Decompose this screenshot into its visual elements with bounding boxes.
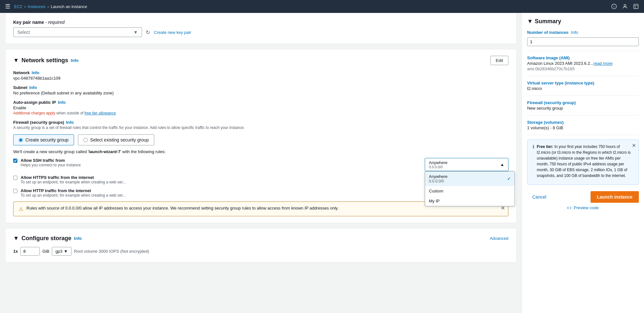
create-sg-radio[interactable] [19,138,23,142]
allow-http-label: Allow HTTP traffic from the internet [21,188,126,193]
breadcrumb-current: Launch an instance [51,4,87,9]
auto-assign-info[interactable]: Info [58,100,66,105]
subnet-info[interactable]: Info [29,85,37,90]
storage-section-header: ▼ Configure storage Info Advanced [13,235,508,242]
allow-https-checkbox[interactable] [13,176,17,180]
preview-code-link[interactable]: Preview code [527,205,639,210]
summary-storage-label[interactable]: Storage (volumes) [527,120,639,125]
dropdown-custom-label: Custom [429,189,443,193]
storage-type-value: gp3 [55,249,62,254]
warning-text: Rules with source of 0.0.0.0/0 allow all… [26,206,503,210]
summary-ami-value: Amazon Linux 2023 AMI 2023.6.2...read mo… [527,61,639,66]
allow-http-checkbox[interactable] [13,189,17,193]
auto-assign-field: Auto-assign public IP Info Enable Additi… [13,100,508,115]
network-value: vpc-04878748b1aa1c109 [13,76,508,81]
network-field-info[interactable]: Info [32,70,39,75]
summary-instances-label: Number of instances [527,30,569,35]
free-tier-link[interactable]: free tier allowance [85,111,116,115]
key-pair-label: Key pair name - required [13,20,508,25]
configure-storage-panel: ▼ Configure storage Info Advanced 1x GiB… [5,228,516,262]
dropdown-item-custom[interactable]: Custom [425,186,515,196]
preview-code-row: Preview code [527,205,639,210]
launch-instance-button[interactable]: Launch instance [591,191,639,203]
summary-firewall-label[interactable]: Firewall (security group) [527,100,639,105]
new-sg-description: We'll create a new security group called… [13,149,508,154]
svg-point-2 [624,5,626,6]
network-section-title: ▼ Network settings Info [13,57,79,64]
subnet-field: Subnet Info No preference (Default subne… [13,85,508,95]
refresh-icon[interactable]: ↻ [146,29,150,35]
storage-info-link[interactable]: Info [74,236,82,241]
code-icon [567,206,572,210]
summary-storage-value: 1 volume(s) - 8 GiB [527,125,639,130]
svg-text:i: i [614,5,614,8]
top-nav-right: i [611,4,639,9]
free-tier-text: Free tier: In your first year includes 7… [537,144,633,179]
auto-assign-value: Enable [13,105,508,110]
storage-size-input[interactable] [20,247,40,256]
create-key-pair-link[interactable]: Create new key pair [154,30,191,35]
breadcrumb-instances[interactable]: Instances [28,4,46,9]
warning-icon: ⚠ [19,206,23,212]
summary-instances-info[interactable]: Info [571,30,578,35]
network-field: Network Info vpc-04878748b1aa1c109 [13,70,508,81]
ssh-source-sub: 0.0.0.0/0 [429,165,448,169]
svg-rect-3 [634,4,638,9]
main-layout: Key pair name - required Select ▼ ↻ Crea… [0,13,644,313]
allow-https-label: Allow HTTPS traffic from the internet [21,175,126,180]
firewall-field: Firewall (security groups) Info A securi… [13,120,508,130]
free-tier-close-button[interactable]: ✕ [632,142,636,149]
breadcrumb-ec2[interactable]: EC2 [14,4,22,9]
ssh-source-selected: Anywhere [429,160,448,165]
summary-triangle-icon: ▼ [527,18,533,25]
summary-instances-field: Number of instances Info [527,30,639,46]
summary-instances-input[interactable] [527,37,639,46]
allow-ssh-desc: Helps you connect to your instance [21,163,421,167]
storage-description: Root volume 3000 IOPS (Not encrypted) [74,249,149,254]
edit-button[interactable]: Edit [490,56,508,65]
summary-instance-type-field: Virtual server type (instance type) t2.m… [527,81,639,91]
key-pair-placeholder: Select [17,30,30,35]
cancel-button[interactable]: Cancel [527,192,552,202]
menu-icon[interactable]: ☰ [5,3,10,10]
firewall-info[interactable]: Info [66,120,74,125]
storage-count: 1x [13,249,18,254]
dropdown-item-my-ip[interactable]: My IP [425,196,515,206]
firewall-desc: A security group is a set of firewall ru… [13,125,508,130]
dropdown-chevron-up-icon: ▲ [500,162,504,167]
allow-ssh-checkbox[interactable] [13,159,17,163]
settings-icon[interactable] [633,4,639,9]
storage-advanced-link[interactable]: Advanced [490,236,508,241]
chevron-down-icon: ▼ [133,30,138,35]
additional-charges-link[interactable]: Additional charges apply [13,111,55,115]
select-sg-radio[interactable] [83,138,88,142]
create-sg-option[interactable]: Create security group [13,134,74,145]
info-icon[interactable]: i [611,4,617,9]
storage-type-chevron: ▼ [64,249,68,254]
allow-https-desc: To set up an endpoint, for example when … [21,180,126,184]
summary-instance-type-label[interactable]: Virtual server type (instance type) [527,81,639,85]
allow-http-desc: To set up an endpoint, for example when … [21,193,126,198]
ami-read-more-link[interactable]: read more [593,61,612,66]
select-sg-label: Select existing security group [90,137,149,142]
top-navigation: ☰ EC2 › Instances › Launch an instance i [0,0,644,13]
key-pair-select[interactable]: Select ▼ [13,27,142,37]
storage-type-select[interactable]: gp3 ▼ [52,247,71,256]
content-area: Key pair name - required Select ▼ ↻ Crea… [0,13,522,313]
free-tier-box: ✕ ℹ Free tier: In your first year includ… [527,140,639,185]
ssh-source-dropdown-trigger[interactable]: Anywhere 0.0.0.0/0 ▲ [425,158,508,171]
key-pair-section: Key pair name - required Select ▼ ↻ Crea… [5,13,516,44]
select-sg-option[interactable]: Select existing security group [78,134,154,145]
key-pair-select-wrapper: Select ▼ ↻ Create new key pair [13,27,508,37]
check-icon: ✓ [507,176,511,181]
dropdown-item-anywhere[interactable]: Anywhere 0.0.0.0/0 ✓ [425,171,515,186]
action-row: Cancel Launch instance [527,191,639,203]
user-icon[interactable] [622,4,628,9]
summary-firewall-value: New security group [527,106,639,111]
create-sg-label: Create security group [25,137,69,142]
storage-row: 1x GiB gp3 ▼ Root volume 3000 IOPS (Not … [13,247,508,256]
new-sg-name: launch-wizard-7 [89,149,120,154]
summary-ami-label[interactable]: Software Image (AMI) [527,55,639,60]
network-info-link[interactable]: Info [71,58,79,63]
summary-ami-field: Software Image (AMI) Amazon Linux 2023 A… [527,55,639,71]
